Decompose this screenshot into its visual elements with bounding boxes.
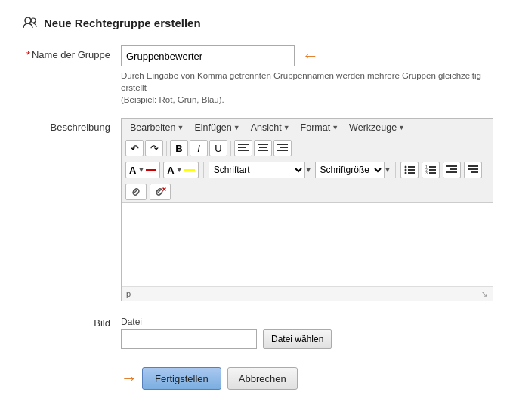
svg-rect-8 bbox=[277, 144, 288, 145]
svg-rect-7 bbox=[258, 150, 268, 151]
svg-rect-4 bbox=[238, 150, 249, 151]
indent-button[interactable] bbox=[464, 162, 482, 178]
resize-handle[interactable]: ↘ bbox=[480, 289, 488, 299]
name-row: *Name der Gruppe ← Durch Eingabe von Kom… bbox=[23, 45, 493, 106]
required-indicator: * bbox=[26, 49, 30, 60]
undo-button[interactable]: ↶ bbox=[125, 140, 144, 156]
ordered-list-button[interactable]: 1. 2. 3. bbox=[422, 162, 440, 178]
font-color-bar bbox=[146, 169, 156, 171]
svg-rect-2 bbox=[238, 144, 249, 145]
file-label: Datei bbox=[121, 317, 493, 327]
font-size-select[interactable]: Schriftgröße 8 10 12 14 16 bbox=[315, 162, 385, 178]
svg-point-15 bbox=[405, 172, 407, 174]
svg-rect-27 bbox=[468, 168, 478, 170]
name-label: *Name der Gruppe bbox=[23, 45, 121, 60]
svg-point-1 bbox=[31, 18, 36, 23]
redo-button[interactable]: ↷ bbox=[145, 140, 163, 156]
svg-rect-26 bbox=[468, 165, 478, 167]
remove-link-button[interactable] bbox=[150, 184, 171, 200]
name-input[interactable] bbox=[121, 45, 295, 66]
svg-rect-10 bbox=[277, 150, 288, 151]
underline-button[interactable]: U bbox=[209, 140, 227, 156]
editor-menubar: Bearbeiten ▼ Einfügen ▼ Ansicht ▼ Format… bbox=[122, 119, 493, 137]
toolbar-sep-2 bbox=[230, 141, 231, 156]
align-right-button[interactable] bbox=[273, 140, 292, 156]
svg-rect-14 bbox=[408, 169, 415, 171]
menu-format[interactable]: Format ▼ bbox=[296, 121, 344, 134]
font-size-chevron: ▼ bbox=[385, 166, 391, 174]
svg-rect-18 bbox=[429, 166, 436, 168]
link-icon bbox=[130, 187, 142, 197]
align-left-icon bbox=[238, 144, 249, 153]
menu-view[interactable]: Ansicht ▼ bbox=[246, 121, 295, 134]
cancel-button[interactable]: Abbrechen bbox=[227, 367, 298, 390]
submit-arrow-indicator: → bbox=[121, 369, 137, 388]
svg-rect-24 bbox=[450, 168, 457, 170]
rich-text-editor: Bearbeiten ▼ Einfügen ▼ Ansicht ▼ Format… bbox=[121, 118, 493, 301]
insert-link-button[interactable] bbox=[125, 184, 147, 200]
svg-rect-22 bbox=[429, 172, 436, 174]
toolbar-sep-1 bbox=[166, 141, 167, 156]
description-label: Beschreibung bbox=[23, 118, 121, 133]
font-family-select[interactable]: Schriftart Arial Times New Roman Courier… bbox=[209, 162, 305, 178]
align-left-button[interactable] bbox=[234, 140, 252, 156]
unordered-list-icon bbox=[404, 165, 415, 174]
image-row: Bild Datei Datei wählen bbox=[23, 313, 493, 349]
bg-color-bar bbox=[184, 169, 195, 171]
unlink-icon bbox=[153, 187, 167, 197]
svg-rect-12 bbox=[408, 166, 415, 168]
menu-tools[interactable]: Werkzeuge ▼ bbox=[345, 121, 409, 134]
svg-rect-28 bbox=[471, 171, 478, 173]
unordered-list-button[interactable] bbox=[400, 162, 419, 178]
name-hint: Durch Eingabe von Komma getrennten Grupp… bbox=[121, 69, 493, 106]
edit-chevron: ▼ bbox=[177, 124, 184, 131]
svg-rect-6 bbox=[259, 147, 267, 148]
svg-rect-9 bbox=[280, 147, 288, 148]
font-color-button[interactable]: A ▼ bbox=[125, 162, 160, 178]
bold-button[interactable]: B bbox=[170, 140, 188, 156]
font-color-letter: A bbox=[129, 165, 136, 176]
font-family-chevron: ▼ bbox=[305, 166, 312, 174]
file-row: Datei wählen bbox=[121, 329, 493, 349]
ordered-list-icon: 1. 2. 3. bbox=[425, 165, 436, 174]
editor-toolbar-1: ↶ ↷ B I U bbox=[122, 137, 493, 159]
svg-point-13 bbox=[405, 169, 407, 171]
menu-insert[interactable]: Einfügen ▼ bbox=[190, 121, 244, 134]
svg-rect-16 bbox=[408, 172, 415, 174]
group-icon bbox=[23, 15, 38, 30]
toolbar-sep-4 bbox=[395, 162, 396, 178]
insert-chevron: ▼ bbox=[233, 124, 240, 131]
italic-button[interactable]: I bbox=[190, 140, 208, 156]
bg-color-letter: A bbox=[167, 165, 174, 176]
outdent-icon bbox=[446, 165, 457, 174]
align-right-icon bbox=[277, 144, 288, 153]
align-center-icon bbox=[258, 144, 268, 153]
choose-file-button[interactable]: Datei wählen bbox=[263, 329, 332, 349]
view-chevron: ▼ bbox=[283, 124, 290, 131]
svg-point-11 bbox=[405, 166, 407, 168]
align-center-button[interactable] bbox=[254, 140, 272, 156]
outdent-button[interactable] bbox=[443, 162, 461, 178]
description-row: Beschreibung Bearbeiten ▼ Einfügen ▼ Ans… bbox=[23, 118, 493, 301]
svg-rect-23 bbox=[446, 165, 457, 167]
menu-edit[interactable]: Bearbeiten ▼ bbox=[125, 121, 188, 134]
name-input-wrapper: ← bbox=[121, 45, 493, 66]
submit-arrow-group: → Fertigstellen bbox=[121, 367, 221, 390]
svg-rect-25 bbox=[446, 171, 457, 173]
name-arrow-indicator: ← bbox=[302, 46, 319, 66]
submit-button[interactable]: Fertigstellen bbox=[142, 367, 221, 390]
editor-toolbar-2: A ▼ A ▼ Schriftart Arial Times New Roman… bbox=[122, 159, 493, 181]
editor-toolbar-3 bbox=[122, 181, 493, 203]
bg-color-button[interactable]: A ▼ bbox=[163, 162, 198, 178]
format-chevron: ▼ bbox=[332, 124, 338, 131]
editor-body[interactable] bbox=[122, 203, 493, 286]
svg-point-0 bbox=[25, 17, 31, 23]
page-title: Neue Rechtegruppe erstellen bbox=[23, 15, 493, 30]
svg-rect-3 bbox=[238, 147, 246, 148]
svg-rect-20 bbox=[429, 169, 436, 171]
toolbar-sep-3 bbox=[203, 162, 204, 178]
file-path-input[interactable] bbox=[121, 329, 257, 349]
image-label: Bild bbox=[23, 313, 121, 329]
svg-rect-5 bbox=[258, 144, 268, 145]
editor-footer: p ↘ bbox=[122, 286, 493, 301]
